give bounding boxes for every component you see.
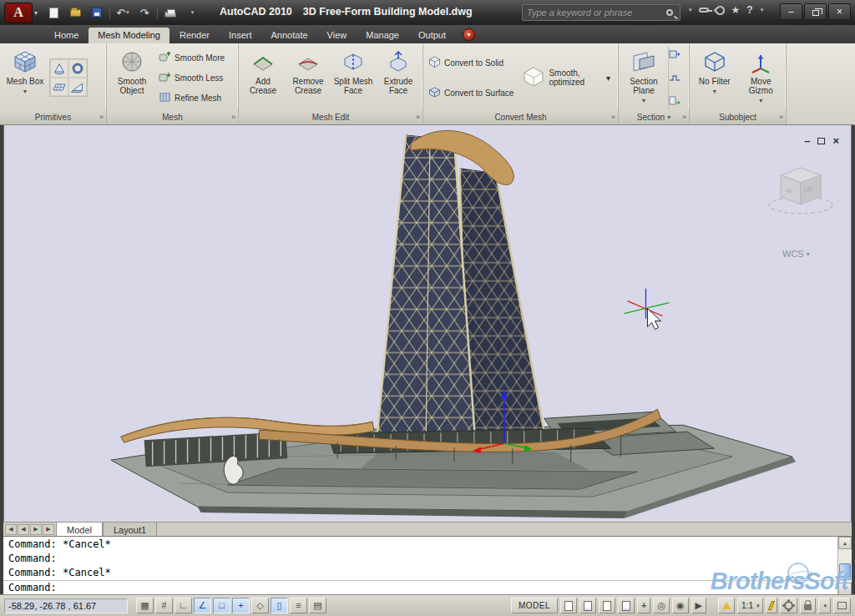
add-crease-button[interactable]: Add Crease bbox=[241, 46, 285, 109]
panel-label-convert-mesh[interactable]: Convert Mesh » bbox=[423, 109, 618, 124]
mesh-cone-button[interactable] bbox=[50, 59, 68, 78]
remove-crease-button[interactable]: Remove Crease bbox=[286, 46, 330, 109]
ortho-toggle[interactable]: ∟ bbox=[175, 598, 192, 613]
tab-insert[interactable]: Insert bbox=[220, 28, 261, 43]
smooth-less-button[interactable]: Smooth Less bbox=[156, 70, 227, 86]
smooth-optimized-button[interactable]: Smooth, optimized ▾ bbox=[518, 66, 615, 89]
section-plane-button[interactable]: Section Plane ▾ bbox=[621, 46, 666, 109]
dyn-toggle[interactable]: ▯ bbox=[271, 598, 288, 613]
annotation-scale-button[interactable]: 1:1 ▾ bbox=[737, 598, 763, 613]
application-menu-arrow-icon[interactable]: ▾ bbox=[34, 9, 38, 17]
tab-manage[interactable]: Manage bbox=[357, 28, 408, 43]
tab-mesh-modeling[interactable]: Mesh Modeling bbox=[89, 28, 169, 43]
subscription-key-icon[interactable] bbox=[699, 8, 709, 13]
add-jog-button[interactable] bbox=[669, 73, 680, 83]
open-button[interactable] bbox=[66, 4, 84, 21]
workspace-switching-button[interactable] bbox=[780, 598, 797, 613]
first-tab-button[interactable]: ◀ bbox=[5, 524, 17, 535]
smooth-more-button[interactable]: Smooth More bbox=[156, 50, 227, 66]
ribbon-options-icon[interactable]: ▾ bbox=[463, 28, 475, 41]
prev-tab-button[interactable]: ◀ bbox=[18, 524, 29, 535]
lwt-toggle[interactable]: ≡ bbox=[290, 598, 307, 613]
convert-to-surface-button[interactable]: Convert to Surface bbox=[426, 85, 516, 101]
tab-annotate[interactable]: Annotate bbox=[262, 28, 317, 43]
next-tab-button[interactable]: ▶ bbox=[30, 524, 42, 535]
mesh-wedge-button[interactable] bbox=[68, 78, 87, 96]
panel-label-subobject[interactable]: Subobject » bbox=[690, 109, 786, 124]
undo-button[interactable]: ↶▾ bbox=[114, 4, 132, 21]
osnap-toggle[interactable]: □ bbox=[213, 598, 230, 613]
undo-dropdown-icon[interactable]: ▾ bbox=[126, 9, 129, 16]
annotation-visibility-button[interactable] bbox=[718, 598, 735, 613]
model-space-button[interactable]: MODEL bbox=[511, 598, 558, 613]
communication-center-icon[interactable] bbox=[713, 3, 726, 17]
panel-expand-icon[interactable]: » bbox=[779, 113, 783, 121]
scrollbar-thumb[interactable] bbox=[839, 563, 851, 580]
qp-toggle[interactable]: ▤ bbox=[309, 598, 326, 613]
tab-output[interactable]: Output bbox=[409, 28, 455, 43]
scroll-up-button[interactable]: ▲ bbox=[838, 537, 852, 549]
search-input[interactable] bbox=[523, 8, 666, 18]
mesh-box-button[interactable]: Mesh Box ▾ bbox=[3, 46, 48, 109]
panel-expand-icon[interactable]: » bbox=[231, 113, 235, 121]
save-button[interactable] bbox=[88, 4, 106, 21]
panel-label-section[interactable]: Section ▾ » bbox=[619, 109, 689, 124]
restore-button[interactable] bbox=[804, 3, 827, 20]
panel-label-mesh-edit[interactable]: Mesh Edit » bbox=[239, 109, 422, 124]
smooth-object-button[interactable]: Smooth Object bbox=[109, 46, 154, 109]
coordinates-readout[interactable]: -58.29, -26.78 , 61.67 bbox=[4, 598, 128, 613]
steering-wheel-button[interactable]: ◉ bbox=[672, 598, 689, 613]
no-filter-button[interactable]: No Filter ▾ bbox=[692, 46, 737, 109]
section-flyout-icon[interactable]: ▾ bbox=[667, 114, 670, 121]
wcs-dropdown[interactable]: WCS ▾ bbox=[782, 249, 810, 259]
model-layout-button[interactable] bbox=[560, 598, 577, 613]
otrack-toggle[interactable]: + bbox=[232, 598, 250, 613]
help-icon[interactable]: ? bbox=[746, 5, 752, 15]
scrollbar-track[interactable] bbox=[838, 549, 852, 583]
panel-expand-icon[interactable]: » bbox=[99, 113, 104, 121]
search-binoculars-icon[interactable] bbox=[666, 9, 673, 16]
grid-toggle[interactable]: # bbox=[155, 598, 173, 613]
mesh-torus-button[interactable] bbox=[68, 59, 87, 78]
close-button[interactable]: × bbox=[828, 3, 851, 20]
show-motion-button[interactable]: ▶ bbox=[691, 598, 706, 613]
redo-button[interactable]: ↷ bbox=[135, 4, 154, 21]
viewcube[interactable]: ck LBT bbox=[769, 168, 832, 214]
application-menu-button[interactable]: A bbox=[4, 3, 33, 23]
plot-button[interactable] bbox=[161, 4, 180, 21]
extrude-face-button[interactable]: Extrude Face bbox=[377, 46, 420, 109]
layout1-tab[interactable]: Layout1 bbox=[103, 523, 157, 536]
tab-view[interactable]: View bbox=[318, 28, 357, 43]
refine-mesh-button[interactable]: Refine Mesh bbox=[156, 90, 227, 106]
new-button[interactable] bbox=[44, 4, 63, 21]
viewport-restore-button[interactable] bbox=[817, 138, 825, 144]
convert-to-solid-button[interactable]: Convert to Solid bbox=[426, 55, 516, 71]
move-gizmo-button[interactable]: Move Gizmo ▾ bbox=[739, 46, 784, 109]
polar-toggle[interactable]: ∠ bbox=[194, 598, 211, 613]
tab-render[interactable]: Render bbox=[170, 28, 219, 43]
live-section-button[interactable] bbox=[669, 49, 680, 59]
command-window[interactable]: Command: *Cancel* Command: Command: *Can… bbox=[3, 536, 852, 594]
model-tab[interactable]: Model bbox=[56, 523, 103, 536]
drawing-canvas[interactable]: ck LBT bbox=[4, 125, 851, 521]
generate-section-button[interactable] bbox=[669, 96, 680, 106]
viewport-minimize-button[interactable]: – bbox=[804, 135, 810, 146]
favorites-star-icon[interactable]: ★ bbox=[731, 5, 741, 15]
help-dropdown-icon[interactable]: ▾ bbox=[761, 7, 764, 13]
mesh-plane-button[interactable] bbox=[50, 78, 68, 96]
quick-view-layouts-button[interactable] bbox=[618, 598, 635, 613]
qat-customize-button[interactable]: ▾ bbox=[183, 4, 201, 21]
panel-expand-icon[interactable]: » bbox=[682, 113, 686, 121]
status-menu-button[interactable]: ▾ bbox=[818, 598, 831, 613]
tab-home[interactable]: Home bbox=[45, 28, 88, 43]
minimize-button[interactable]: – bbox=[780, 3, 802, 20]
command-scrollbar[interactable]: ▲ ▼ bbox=[837, 537, 852, 595]
command-prompt[interactable]: Command: bbox=[3, 580, 837, 594]
last-tab-button[interactable]: ▶ bbox=[43, 524, 54, 535]
auto-annotation-button[interactable] bbox=[766, 598, 777, 613]
panel-expand-icon[interactable]: » bbox=[611, 113, 615, 121]
viewport-close-button[interactable]: × bbox=[832, 135, 839, 146]
pan-button[interactable]: + bbox=[637, 598, 650, 613]
ducs-toggle[interactable]: ◇ bbox=[251, 598, 269, 613]
panel-label-mesh[interactable]: Mesh » bbox=[107, 109, 238, 124]
